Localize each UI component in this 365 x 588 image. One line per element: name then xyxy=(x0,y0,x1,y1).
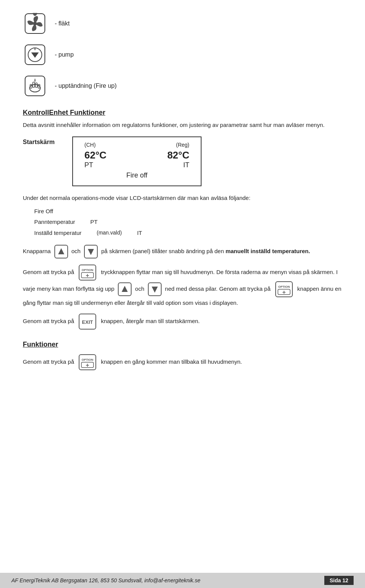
option-button-icon-1: OPTION xyxy=(77,264,98,281)
svg-marker-16 xyxy=(88,249,94,255)
para-knapparna: Knapparna och på skärmen (panel) tillåte… xyxy=(23,244,342,259)
option-button-icon-3: OPTION xyxy=(77,354,98,371)
exit-button-icon: EXIT xyxy=(77,313,98,330)
pt-label: PT xyxy=(84,161,93,169)
temp1: 62°C xyxy=(84,149,106,161)
ignition-icon xyxy=(23,74,47,98)
svg-marker-14 xyxy=(58,248,64,254)
down-button-icon-2 xyxy=(148,282,162,296)
bullet-2: Panntemperatur PT xyxy=(34,217,342,228)
ch-label: (CH) xyxy=(84,142,96,148)
page-number: Sida 12 xyxy=(330,577,348,583)
footer-left-text: AF EnergiTeknik AB Bergsgatan 126, 853 5… xyxy=(11,577,200,583)
startskarm-row: Startskärm (CH) (Reg) 62°C 82°C PT IT Fi… xyxy=(23,136,342,186)
section-title: KontrollEnhet Funktioner xyxy=(23,109,342,117)
temp2: 82°C xyxy=(167,149,189,161)
footer: AF EnergiTeknik AB Bergsgatan 126, 853 5… xyxy=(0,573,365,588)
pump-icon-block: - pump xyxy=(23,43,342,67)
para2-after2: ned med dessa pilar. Genom att trycka på xyxy=(165,285,272,292)
bullet-3-mid: (man.vald) xyxy=(97,228,122,239)
startskarm-label: Startskärm xyxy=(23,136,72,146)
bullet-3-text: Inställd temperatur xyxy=(34,228,81,239)
footer-left: AF EnergiTeknik AB Bergsgatan 126, 853 5… xyxy=(11,577,200,583)
svg-text:OPTION: OPTION xyxy=(82,358,94,361)
ignition-icon-block: - upptändning (Fire up) xyxy=(23,74,342,98)
bullet-3-right: IT xyxy=(137,228,142,239)
up-button-icon-1 xyxy=(54,244,68,259)
section-desc: Detta avsnitt innehåller information om … xyxy=(23,120,342,130)
fan-icon-block: - fläkt xyxy=(23,11,342,36)
svg-text:OPTION: OPTION xyxy=(82,268,94,272)
svg-text:OPTION: OPTION xyxy=(278,285,290,288)
ignition-label: - upptändning (Fire up) xyxy=(55,82,117,89)
it-label: IT xyxy=(183,161,189,169)
lcd-screen: (CH) (Reg) 62°C 82°C PT IT Fire off xyxy=(72,136,202,186)
option-button-icon-2: OPTION xyxy=(274,281,294,298)
para2-before: Genom att trycka på xyxy=(23,269,76,275)
funktioner-title: Funktioner xyxy=(23,341,342,349)
para1-before: Knapparna xyxy=(23,248,52,254)
pump-icon xyxy=(23,43,47,67)
lcd-center: Fire off xyxy=(84,171,189,179)
bullet-2-right: PT xyxy=(90,217,98,228)
lcd-desc: Under det normala operations-mode visar … xyxy=(23,193,342,238)
svg-rect-11 xyxy=(30,84,32,88)
pump-label: - pump xyxy=(55,51,74,58)
lcd-temp-row: 62°C 82°C xyxy=(84,149,189,161)
para-funktioner-option: Genom att trycka på OPTION knappen en gå… xyxy=(23,354,342,371)
reg-label: (Reg) xyxy=(176,142,189,148)
para3-before: Genom att trycka på xyxy=(23,318,76,324)
lcd-pt-row: PT IT xyxy=(84,161,189,169)
bullet-1-text: Fire Off xyxy=(34,206,53,217)
fan-icon xyxy=(23,11,47,36)
svg-marker-23 xyxy=(122,286,128,292)
fan-label: - fläkt xyxy=(55,20,70,27)
footer-right: Sida 12 xyxy=(324,576,354,585)
bullet-3: Inställd temperatur (man.vald) IT xyxy=(34,228,342,239)
svg-rect-12 xyxy=(38,84,40,88)
svg-point-2 xyxy=(33,13,37,16)
svg-marker-5 xyxy=(31,52,39,58)
bullet-1: Fire Off xyxy=(34,206,342,217)
bullet-2-text: Panntemperatur xyxy=(34,217,75,228)
para-funk-after: knappen en gång kommer man tillbaka till… xyxy=(101,358,242,365)
para1-och: och xyxy=(71,248,82,254)
para1-bold: manuellt inställd temperaturen. xyxy=(225,248,310,254)
para2-och: och xyxy=(135,285,146,292)
bullet-list: Fire Off Panntemperatur PT Inställd temp… xyxy=(34,206,342,239)
up-button-icon-2 xyxy=(117,282,132,296)
para-exit: Genom att trycka på EXIT knappen, återgå… xyxy=(23,313,342,330)
svg-rect-10 xyxy=(35,83,37,87)
para1-after: på skärmen (panel) tillåter snabb ändrin… xyxy=(101,248,225,254)
down-button-icon-1 xyxy=(84,244,98,259)
para-funk-before: Genom att trycka på xyxy=(23,358,76,365)
para3-after: knappen, återgår man till startskärmen. xyxy=(101,318,200,324)
para-option-main: Genom att trycka på OPTION tryckknappen … xyxy=(23,264,342,308)
page: - fläkt - pump xyxy=(0,0,365,588)
svg-text:EXIT: EXIT xyxy=(82,319,93,325)
lcd-header-row: (CH) (Reg) xyxy=(84,142,189,148)
svg-marker-25 xyxy=(152,287,158,293)
